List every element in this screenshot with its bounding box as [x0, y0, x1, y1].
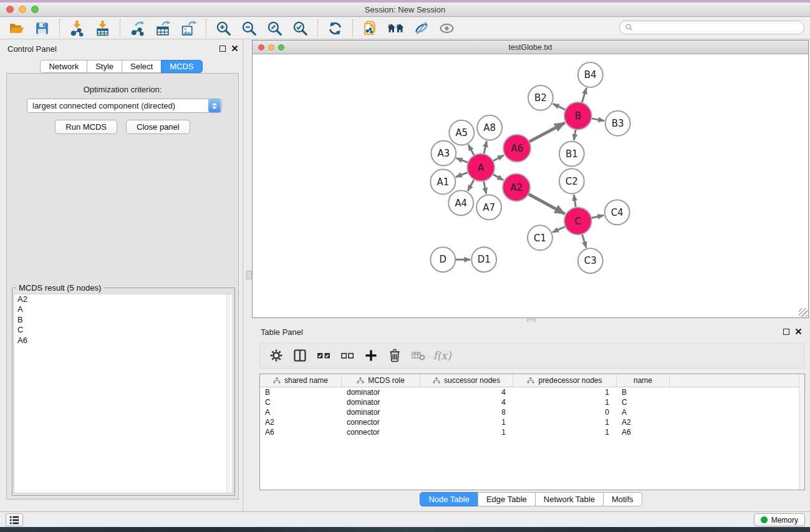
zoom-fit-icon[interactable]: [263, 18, 286, 38]
result-node-item[interactable]: A: [14, 304, 233, 314]
tab-node-table[interactable]: Node Table: [420, 492, 478, 506]
resize-grip-icon[interactable]: [799, 308, 808, 317]
graph-node-B[interactable]: B: [564, 102, 592, 130]
export-network-icon[interactable]: [126, 18, 149, 38]
edge-A-A7[interactable]: [484, 181, 486, 194]
refresh-icon[interactable]: [324, 18, 347, 38]
edge-C-C4[interactable]: [591, 215, 604, 218]
graph-node-A2[interactable]: A2: [503, 174, 530, 201]
graph-node-C3[interactable]: C3: [578, 248, 603, 273]
save-session-icon[interactable]: [31, 18, 54, 38]
graph-node-A7[interactable]: A7: [476, 195, 501, 220]
edge-A6-B[interactable]: [529, 123, 564, 142]
graph-node-C[interactable]: C: [564, 207, 592, 235]
edge-B-B2[interactable]: [553, 104, 566, 110]
table-row[interactable]: A2connector11A2: [260, 417, 804, 427]
criterion-dropdown[interactable]: largest connected component (directed): [27, 99, 222, 113]
tab-mcds[interactable]: MCDS: [161, 60, 202, 73]
edge-C-C2[interactable]: [574, 195, 576, 208]
trash-icon[interactable]: [383, 344, 406, 367]
edge-C-C1[interactable]: [552, 226, 566, 232]
graph-node-A8[interactable]: A8: [477, 115, 502, 140]
column-header-MCDS-role[interactable]: MCDS role: [342, 374, 420, 387]
show-details-icon[interactable]: [435, 18, 458, 38]
tab-select[interactable]: Select: [122, 60, 162, 73]
table-scrollbar[interactable]: [799, 374, 804, 490]
zoom-in-icon[interactable]: [212, 18, 235, 38]
edge-C-C3[interactable]: [582, 234, 586, 248]
tab-network[interactable]: Network: [40, 60, 87, 73]
fx-icon[interactable]: f(x): [431, 344, 453, 367]
column-header-shared-name[interactable]: shared name: [260, 374, 342, 387]
graph-node-A5[interactable]: A5: [449, 120, 474, 145]
graph-node-D1[interactable]: D1: [471, 247, 496, 272]
edge-A-A4[interactable]: [468, 180, 474, 191]
column-header-successor-nodes[interactable]: successor nodes: [420, 374, 513, 387]
network-canvas[interactable]: B4B2BB3A8A5A6B1A3AA1C2A2A4A7C4CC1C3DD1: [253, 54, 808, 317]
tab-style[interactable]: Style: [87, 60, 122, 73]
graph-node-D[interactable]: D: [430, 247, 455, 272]
import-network-icon[interactable]: [65, 18, 89, 38]
result-node-item[interactable]: C: [14, 325, 233, 335]
columns-icon[interactable]: [289, 344, 311, 367]
import-table-icon[interactable]: [91, 18, 114, 38]
table-row[interactable]: Bdominator41B: [260, 387, 804, 397]
edge-B-B1[interactable]: [574, 129, 576, 140]
graph-node-B4[interactable]: B4: [578, 62, 603, 87]
edge-B-B4[interactable]: [582, 88, 586, 103]
open-file-icon[interactable]: [5, 18, 28, 38]
result-scrollbar[interactable]: [226, 294, 233, 493]
graph-node-A6[interactable]: A6: [503, 135, 531, 162]
export-table-icon[interactable]: [152, 18, 175, 38]
gear-icon[interactable]: [265, 344, 287, 367]
edge-A-A3[interactable]: [456, 158, 468, 163]
network-window-titlebar[interactable]: testGlobe.txt: [253, 41, 808, 54]
table-row[interactable]: Cdominator41C: [260, 397, 804, 407]
copy-network-icon[interactable]: [359, 18, 382, 38]
graph-node-C4[interactable]: C4: [605, 200, 630, 225]
deselect-all-icon[interactable]: [336, 344, 359, 367]
zoom-selected-icon[interactable]: [289, 18, 312, 38]
tab-edge-table[interactable]: Edge Table: [478, 492, 536, 506]
memory-button[interactable]: Memory: [754, 513, 805, 526]
edge-A-A5[interactable]: [468, 145, 475, 156]
graph-node-C1[interactable]: C1: [528, 225, 552, 250]
graph-node-C2[interactable]: C2: [559, 169, 584, 194]
export-image-icon[interactable]: [177, 18, 200, 38]
network-graph[interactable]: B4B2BB3A8A5A6B1A3AA1C2A2A4A7C4CC1C3DD1: [253, 54, 808, 317]
close-panel-button[interactable]: Close panel: [126, 120, 190, 134]
column-header-predecessor-nodes[interactable]: predecessor nodes: [513, 374, 617, 387]
graph-node-A[interactable]: A: [467, 154, 494, 181]
table-float-panel-icon[interactable]: [783, 329, 789, 335]
graph-node-A4[interactable]: A4: [448, 190, 473, 215]
tab-motifs[interactable]: Motifs: [603, 492, 642, 506]
add-column-icon[interactable]: [360, 344, 382, 367]
task-history-button[interactable]: [6, 513, 23, 526]
edge-A-A6[interactable]: [493, 155, 504, 161]
graph-node-B1[interactable]: B1: [559, 142, 584, 167]
search-field[interactable]: [619, 21, 804, 34]
table-close-panel-icon[interactable]: [795, 328, 802, 335]
zoom-out-icon[interactable]: [238, 18, 261, 38]
table-row[interactable]: Adominator80A: [260, 407, 804, 417]
result-node-item[interactable]: A6: [14, 336, 233, 346]
node-table[interactable]: shared nameMCDS rolesuccessor nodesprede…: [259, 374, 805, 490]
tab-network-table[interactable]: Network Table: [535, 492, 604, 506]
graph-node-B3[interactable]: B3: [605, 111, 630, 136]
run-mcds-button[interactable]: Run MCDS: [55, 120, 117, 134]
result-node-item[interactable]: B: [14, 315, 233, 325]
edge-A-A2[interactable]: [493, 174, 503, 180]
graph-node-B2[interactable]: B2: [528, 85, 553, 110]
vertical-splitter-handle[interactable]: [246, 271, 252, 279]
hide-details-icon[interactable]: [410, 18, 433, 38]
graph-node-A1[interactable]: A1: [430, 170, 455, 195]
network-overview-icon[interactable]: [384, 18, 407, 38]
close-panel-icon[interactable]: [231, 45, 238, 52]
table-row[interactable]: A6connector11A6: [260, 427, 804, 437]
graph-node-A3[interactable]: A3: [431, 141, 456, 166]
edge-B-B3[interactable]: [591, 118, 604, 121]
search-input[interactable]: [637, 23, 799, 32]
edge-A-A1[interactable]: [456, 172, 468, 177]
edge-A-A8[interactable]: [484, 141, 487, 154]
select-all-icon[interactable]: [312, 344, 335, 367]
